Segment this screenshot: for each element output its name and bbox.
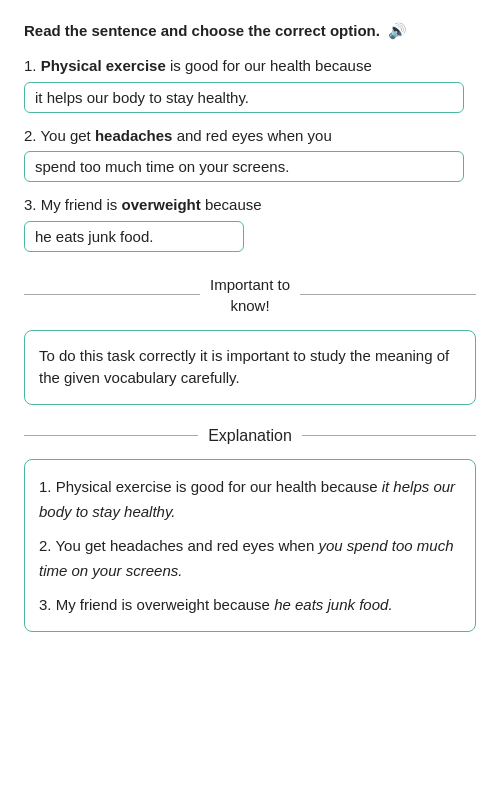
question-3-text: 3. My friend is overweight because — [24, 194, 476, 217]
explanation-item-2: 2. You get headaches and red eyes when y… — [39, 533, 461, 584]
question-2-text: 2. You get headaches and red eyes when y… — [24, 125, 476, 148]
q2-suffix: and red eyes when you — [177, 127, 332, 144]
explanation-divider-right — [302, 435, 476, 437]
q1-answer: it helps our body to stay healthy. — [35, 89, 249, 106]
info-box: To do this task correctly it is importan… — [24, 330, 476, 405]
instruction: Read the sentence and choose the correct… — [24, 20, 476, 41]
q2-bold: headaches — [95, 127, 173, 144]
important-section: Important to know! — [24, 274, 476, 316]
exp3-italic: he eats junk food. — [274, 596, 392, 613]
exp2-normal: You get headaches and red eyes when — [55, 537, 318, 554]
explanation-section: Explanation — [24, 427, 476, 445]
divider-right — [300, 294, 476, 296]
explanation-divider-left — [24, 435, 198, 437]
question-1: 1. Physical exercise is good for our hea… — [24, 55, 476, 113]
divider-left — [24, 294, 200, 296]
q2-number: 2. — [24, 127, 37, 144]
q2-answer-box: spend too much time on your screens. — [24, 151, 464, 182]
q3-prefix: My friend is — [41, 196, 122, 213]
q3-suffix: because — [205, 196, 262, 213]
q2-answer: spend too much time on your screens. — [35, 158, 289, 175]
question-3: 3. My friend is overweight because he ea… — [24, 194, 476, 252]
q3-bold: overweight — [122, 196, 201, 213]
q1-suffix: is good for our health because — [170, 57, 372, 74]
info-box-text: To do this task correctly it is importan… — [39, 347, 449, 387]
explanation-box: 1. Physical exercise is good for our hea… — [24, 459, 476, 633]
explanation-item-1: 1. Physical exercise is good for our hea… — [39, 474, 461, 525]
q1-bold: Physical exercise — [41, 57, 166, 74]
exp1-normal: Physical exercise is good for our health… — [56, 478, 382, 495]
important-text: Important to know! — [210, 274, 290, 316]
q3-answer: he eats junk food. — [35, 228, 153, 245]
speaker-icon[interactable]: 🔊 — [388, 20, 407, 41]
exp3-normal: My friend is overweight because — [56, 596, 274, 613]
explanation-item-3: 3. My friend is overweight because he ea… — [39, 592, 461, 618]
exp1-number: 1. — [39, 478, 52, 495]
q3-answer-box: he eats junk food. — [24, 221, 244, 252]
question-1-text: 1. Physical exercise is good for our hea… — [24, 55, 476, 78]
q1-answer-box: it helps our body to stay healthy. — [24, 82, 464, 113]
q3-number: 3. — [24, 196, 37, 213]
q2-prefix: You get — [40, 127, 95, 144]
explanation-label: Explanation — [208, 427, 292, 445]
question-2: 2. You get headaches and red eyes when y… — [24, 125, 476, 183]
exp2-number: 2. — [39, 537, 52, 554]
instruction-text: Read the sentence and choose the correct… — [24, 22, 380, 39]
q1-number: 1. — [24, 57, 37, 74]
exp3-number: 3. — [39, 596, 52, 613]
